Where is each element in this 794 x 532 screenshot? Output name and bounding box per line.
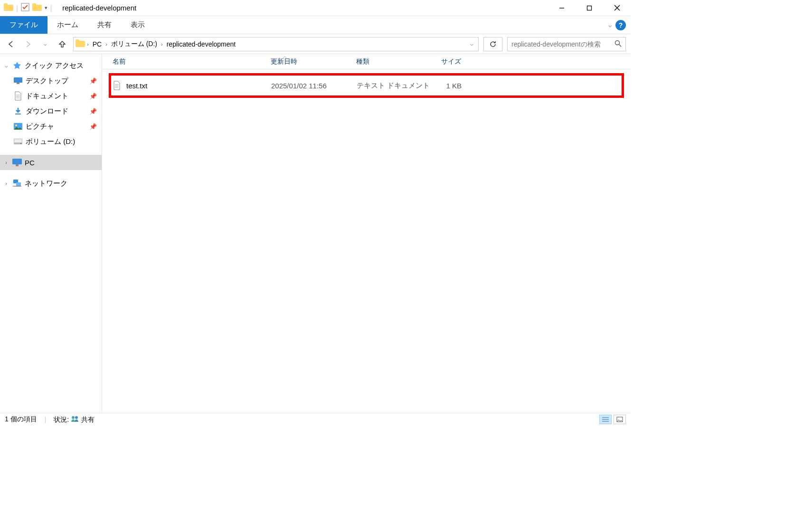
details-view-button[interactable] (599, 415, 612, 424)
window-title: replicated-development (62, 4, 136, 12)
close-button[interactable] (603, 0, 631, 16)
column-size[interactable]: サイズ (430, 57, 468, 66)
svg-point-14 (15, 124, 17, 126)
star-icon (12, 61, 22, 70)
svg-rect-18 (12, 159, 22, 164)
desktop-icon (13, 76, 23, 86)
highlighted-annotation: test.txt 2025/01/02 11:56 テキスト ドキュメント 1 … (109, 73, 624, 98)
folder-icon (4, 3, 13, 12)
svg-point-26 (72, 416, 75, 419)
pin-icon: 📌 (89, 77, 97, 85)
chevron-right-icon[interactable]: › (161, 41, 163, 47)
pin-icon: 📌 (89, 123, 97, 130)
refresh-button[interactable] (483, 37, 502, 51)
breadcrumb-item[interactable]: PC (91, 39, 104, 49)
window-controls (548, 0, 631, 16)
folder-icon (32, 3, 42, 12)
tab-file[interactable]: ファイル (0, 16, 47, 34)
tree-label: デスクトップ (26, 76, 86, 86)
tree-documents[interactable]: ドキュメント 📌 (0, 88, 102, 104)
tree-pc[interactable]: › PC (0, 155, 102, 170)
chevron-right-icon[interactable]: › (105, 41, 107, 47)
drive-icon (13, 137, 23, 146)
pc-icon (12, 158, 22, 167)
tree-desktop[interactable]: デスクトップ 📌 (0, 73, 102, 88)
svg-rect-7 (14, 77, 22, 83)
recent-dropdown-icon[interactable]: ⌵ (39, 38, 51, 50)
breadcrumb-item[interactable]: ボリューム (D:) (109, 39, 159, 49)
sort-indicator-icon: ︿ (283, 53, 287, 60)
titlebar: | ▾ | replicated-development (0, 0, 631, 16)
breadcrumb: › PC › ボリューム (D:) › replicated-developme… (87, 39, 465, 49)
tab-home[interactable]: ホーム (47, 16, 88, 34)
column-type[interactable]: 種類 (356, 57, 430, 66)
file-size: 1 KB (430, 82, 468, 90)
pin-icon: 📌 (89, 93, 97, 100)
address-dropdown-icon[interactable]: ⌵ (467, 41, 476, 47)
tree-label: ダウンロード (26, 107, 86, 116)
svg-rect-8 (17, 83, 19, 84)
share-icon (71, 416, 81, 423)
svg-line-6 (619, 44, 622, 47)
folder-icon (76, 39, 85, 48)
svg-rect-19 (16, 164, 19, 166)
chevron-right-icon[interactable]: › (3, 180, 9, 186)
tree-label: クイック アクセス (25, 61, 102, 70)
tree-network[interactable]: › ネットワーク (0, 176, 102, 191)
chevron-down-icon[interactable]: ⌵ (3, 63, 9, 69)
up-button[interactable] (56, 38, 68, 50)
thumbnails-view-button[interactable] (614, 415, 626, 424)
navbar: ⌵ › PC › ボリューム (D:) › replicated-develop… (0, 34, 631, 54)
tab-share[interactable]: 共有 (88, 16, 121, 34)
file-row[interactable]: test.txt 2025/01/02 11:56 テキスト ドキュメント 1 … (113, 78, 620, 93)
tree-quick-access[interactable]: ⌵ クイック アクセス (0, 58, 102, 73)
svg-point-5 (615, 40, 620, 45)
search-input[interactable] (511, 40, 614, 48)
column-headers: 名前 更新日時 種類 サイズ (102, 54, 631, 69)
back-button[interactable] (5, 38, 17, 50)
tree-volume-d[interactable]: ボリューム (D:) (0, 134, 102, 149)
svg-rect-2 (587, 6, 592, 10)
download-icon (13, 106, 23, 116)
chevron-right-icon[interactable]: › (3, 160, 9, 165)
column-name[interactable]: 名前 (113, 57, 271, 66)
file-list: test.txt 2025/01/02 11:56 テキスト ドキュメント 1 … (102, 69, 631, 413)
text-file-icon (113, 81, 126, 90)
status-state: 状況: 共有 (54, 415, 95, 424)
ribbon-collapse-icon[interactable]: ⌵ (608, 22, 612, 28)
checkbox-icon[interactable] (21, 3, 29, 13)
minimize-button[interactable] (548, 0, 576, 16)
picture-icon (13, 122, 23, 131)
tree-label: ドキュメント (26, 92, 86, 101)
file-date: 2025/01/02 11:56 (271, 82, 357, 90)
search-icon[interactable] (614, 40, 622, 48)
tree-label: PC (25, 159, 102, 167)
search-box[interactable] (507, 37, 626, 51)
svg-point-17 (20, 143, 21, 144)
content-pane: ︿ 名前 更新日時 種類 サイズ test.txt 2025/01/02 11:… (102, 54, 631, 413)
tree-downloads[interactable]: ダウンロード 📌 (0, 104, 102, 119)
tree-pictures[interactable]: ピクチャ 📌 (0, 119, 102, 134)
svg-point-27 (75, 416, 78, 419)
maximize-button[interactable] (576, 0, 603, 16)
ribbon: ファイル ホーム 共有 表示 ⌵ ? (0, 16, 631, 34)
network-icon (12, 179, 22, 188)
tab-view[interactable]: 表示 (121, 16, 154, 34)
forward-button[interactable] (22, 38, 34, 50)
breadcrumb-item[interactable]: replicated-development (165, 39, 238, 49)
tree-label: ボリューム (D:) (26, 137, 102, 146)
item-count: 1 個の項目 (5, 415, 37, 424)
qat-dropdown-icon[interactable]: ▾ (45, 5, 47, 11)
svg-rect-21 (16, 182, 21, 186)
svg-rect-16 (14, 139, 22, 142)
statusbar: 1 個の項目 | 状況: 共有 (0, 413, 631, 426)
navigation-pane: ⌵ クイック アクセス デスクトップ 📌 ドキュメント 📌 ダウンロード (0, 54, 102, 413)
address-bar[interactable]: › PC › ボリューム (D:) › replicated-developme… (73, 37, 479, 51)
quick-access-toolbar: | ▾ | replicated-development (0, 3, 136, 13)
tree-label: ピクチャ (26, 122, 86, 131)
help-icon[interactable]: ? (615, 20, 626, 30)
file-name: test.txt (126, 82, 271, 90)
pin-icon: 📌 (89, 108, 97, 115)
document-icon (13, 91, 23, 101)
chevron-right-icon[interactable]: › (87, 41, 89, 47)
